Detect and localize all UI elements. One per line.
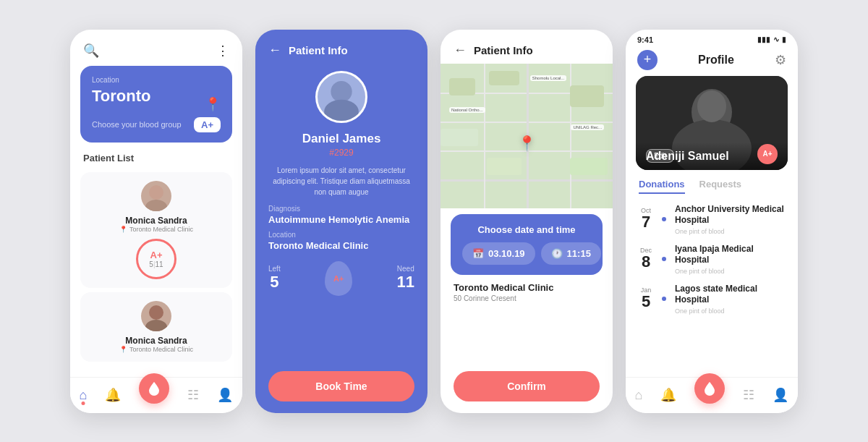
pin-icon: 📍 bbox=[205, 96, 221, 112]
s4-tabs: Donations Requests bbox=[639, 179, 785, 194]
s2-back-icon[interactable]: ← bbox=[268, 43, 281, 58]
s4-bottom-nav: ⌂ 🔔 ☷ 👤 bbox=[626, 377, 798, 413]
hospital-3: Lagos state Medical Hospital bbox=[675, 284, 785, 306]
city-name: Toronto bbox=[92, 87, 221, 106]
home-nav-icon[interactable]: ⌂ bbox=[80, 388, 88, 403]
edit-button[interactable]: Edit bbox=[646, 149, 674, 163]
detail-1: One pint of blood bbox=[675, 228, 785, 235]
map-label-1: National Ortho... bbox=[449, 107, 485, 113]
svg-point-1 bbox=[145, 200, 167, 211]
blood-type-badge[interactable]: A+ bbox=[194, 117, 221, 132]
map-label-2: Shomolu Local... bbox=[530, 75, 567, 81]
date-time-card: Choose date and time 📅 03.10.19 🕐 11:15 bbox=[451, 214, 603, 275]
blood-group-label: Choose your blood group bbox=[92, 120, 182, 129]
wifi-icon: ∿ bbox=[773, 35, 779, 43]
hospital-1: Anchor University Medical Hospital bbox=[675, 204, 785, 226]
s2-diagnosis-label: Diagnosis bbox=[268, 205, 414, 213]
s3-back-icon[interactable]: ← bbox=[454, 43, 467, 58]
patient-avatar-1 bbox=[141, 181, 171, 211]
date-time-row: 📅 03.10.19 🕐 11:15 bbox=[462, 242, 591, 265]
time-value: 11:15 bbox=[567, 248, 591, 259]
donation-item-2: Dec 8 Iyana Ipaja Medical Hospital One p… bbox=[626, 239, 798, 279]
tab-donations[interactable]: Donations bbox=[639, 179, 685, 194]
search-icon[interactable]: 🔍 bbox=[83, 43, 99, 59]
clinic-pin-icon-2: 📍 bbox=[119, 346, 127, 353]
confirm-button[interactable]: Confirm bbox=[454, 371, 600, 401]
calendar-icon: 📅 bbox=[472, 248, 484, 259]
s3-map: National Ortho... Shomolu Local... UNILA… bbox=[441, 64, 613, 208]
list-dot-1 bbox=[662, 217, 666, 221]
patient-avatar-2 bbox=[141, 301, 171, 331]
dot-col-2: Dec 8 bbox=[639, 244, 653, 270]
bell-nav-icon[interactable]: 🔔 bbox=[105, 387, 121, 403]
patient-clinic-2: 📍 Toronto Medical Clinic bbox=[119, 346, 193, 353]
s2-left-stat: Left 5 bbox=[268, 265, 281, 292]
patient-list-title: Patient List bbox=[70, 143, 242, 168]
donation-item-1: Oct 7 Anchor University Medical Hospital… bbox=[626, 200, 798, 239]
battery-icon: ▮ bbox=[782, 35, 786, 43]
s4-bell-icon[interactable]: 🔔 bbox=[660, 387, 676, 403]
status-time: 9:41 bbox=[637, 35, 653, 44]
drop-fab[interactable] bbox=[139, 373, 169, 404]
svg-point-5 bbox=[324, 99, 359, 122]
s4-drop-fab[interactable] bbox=[694, 373, 725, 404]
s2-title: Patient Info bbox=[289, 44, 348, 56]
patient-name-2: Monica Sandra bbox=[125, 336, 187, 346]
more-icon[interactable]: ⋮ bbox=[216, 43, 229, 59]
time-pill[interactable]: 🕐 11:15 bbox=[541, 242, 601, 265]
s2-patient-name: Daniel James bbox=[255, 132, 427, 146]
person-nav-icon[interactable]: 👤 bbox=[217, 387, 233, 403]
s1-header: 🔍 ⋮ bbox=[70, 30, 242, 66]
patient-card-2[interactable]: Monica Sandra 📍 Toronto Medical Clinic bbox=[80, 292, 232, 362]
date-pill[interactable]: 📅 03.10.19 bbox=[462, 242, 535, 265]
location-card: Location Toronto 📍 Choose your blood gro… bbox=[80, 66, 232, 143]
screen-1: 🔍 ⋮ Location Toronto 📍 Choose your blood… bbox=[70, 30, 242, 413]
building-nav-icon[interactable]: ☷ bbox=[187, 387, 199, 403]
add-button[interactable]: + bbox=[637, 50, 658, 70]
s2-need-label: Need bbox=[397, 265, 414, 273]
svg-point-2 bbox=[149, 305, 163, 320]
s4-header: + Profile ⚙ bbox=[626, 47, 798, 76]
day-1: 7 bbox=[639, 214, 653, 230]
s2-stats-row: Left 5 A+ Need 11 bbox=[268, 257, 414, 300]
s4-home-icon[interactable]: ⌂ bbox=[635, 388, 643, 403]
screen-3: ← Patient Info National Ortho... bbox=[441, 30, 613, 413]
svg-point-9 bbox=[697, 90, 726, 122]
blood-count: 5|11 bbox=[149, 260, 163, 268]
s4-person-icon[interactable]: 👤 bbox=[773, 387, 788, 403]
s4-profile-title: Profile bbox=[698, 54, 734, 67]
s2-left-label: Left bbox=[268, 265, 281, 273]
patient-card-1[interactable]: Monica Sandra 📍 Toronto Medical Clinic A… bbox=[80, 172, 232, 288]
status-icons: ▮▮▮ ∿ ▮ bbox=[757, 35, 786, 43]
donation-item-3: Jan 5 Lagos state Medical Hospital One p… bbox=[626, 279, 798, 319]
dot-col-3: Jan 5 bbox=[639, 284, 653, 310]
book-time-button[interactable]: Book Time bbox=[268, 371, 414, 401]
settings-icon[interactable]: ⚙ bbox=[775, 52, 786, 68]
svg-point-3 bbox=[145, 320, 167, 331]
s2-patient-id: #2929 bbox=[255, 148, 427, 158]
s2-patient-avatar bbox=[315, 71, 367, 123]
detail-3: One pint of blood bbox=[675, 307, 785, 315]
hospital-2: Iyana Ipaja Medical Hospital bbox=[675, 244, 785, 266]
s3-header: ← Patient Info bbox=[441, 30, 613, 64]
location-label: Location bbox=[92, 76, 221, 84]
screen-2: ← Patient Info Daniel James #2929 Lorem … bbox=[255, 30, 427, 413]
date-value: 03.10.19 bbox=[488, 248, 525, 259]
patient-clinic-1: 📍 Toronto Medical Clinic bbox=[119, 226, 193, 233]
day-3: 5 bbox=[639, 294, 653, 310]
s4-building-icon[interactable]: ☷ bbox=[743, 387, 754, 403]
donation-info-2: Iyana Ipaja Medical Hospital One pint of… bbox=[675, 244, 785, 275]
day-2: 8 bbox=[639, 254, 653, 270]
s2-drop-label: A+ bbox=[333, 274, 344, 283]
donation-info-1: Anchor University Medical Hospital One p… bbox=[675, 204, 785, 235]
blood-circle-1: A+ 5|11 bbox=[136, 239, 176, 279]
s2-description: Lorem ipsum dolor sit amet, consectetur … bbox=[271, 165, 412, 197]
list-dot-3 bbox=[662, 297, 666, 301]
svg-point-4 bbox=[331, 81, 352, 102]
screen-4: 9:41 ▮▮▮ ∿ ▮ + Profile ⚙ Adeniji bbox=[626, 30, 798, 413]
clinic-pin-icon: 📍 bbox=[119, 226, 127, 233]
svg-point-0 bbox=[149, 185, 163, 200]
s2-location-label: Location bbox=[268, 231, 414, 239]
tab-requests[interactable]: Requests bbox=[699, 179, 742, 194]
s2-left-value: 5 bbox=[268, 273, 281, 292]
